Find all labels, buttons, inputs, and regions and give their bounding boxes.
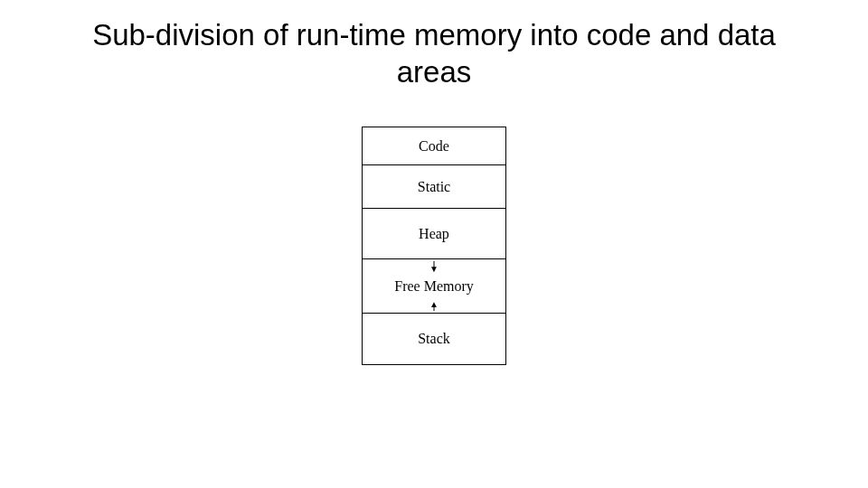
- arrow-down-icon: ▼: [429, 265, 439, 274]
- cell-label: Heap: [419, 226, 449, 242]
- cell-label: Code: [419, 138, 449, 155]
- memory-cell-code: Code: [362, 127, 506, 164]
- slide-title: Sub-division of run-time memory into cod…: [0, 16, 868, 91]
- cell-label: Free Memory: [394, 278, 474, 295]
- memory-cell-free: ▼ Free Memory ▲: [362, 258, 506, 313]
- cell-label: Stack: [418, 331, 450, 347]
- cell-label: Static: [418, 179, 450, 195]
- arrow-up-stem: [434, 304, 435, 311]
- memory-cell-static: Static: [362, 164, 506, 208]
- memory-layout-diagram: Code Static Heap ▼ Free Memory ▲ Stack: [362, 127, 506, 365]
- memory-cell-stack: Stack: [362, 313, 506, 365]
- memory-cell-heap: Heap: [362, 208, 506, 258]
